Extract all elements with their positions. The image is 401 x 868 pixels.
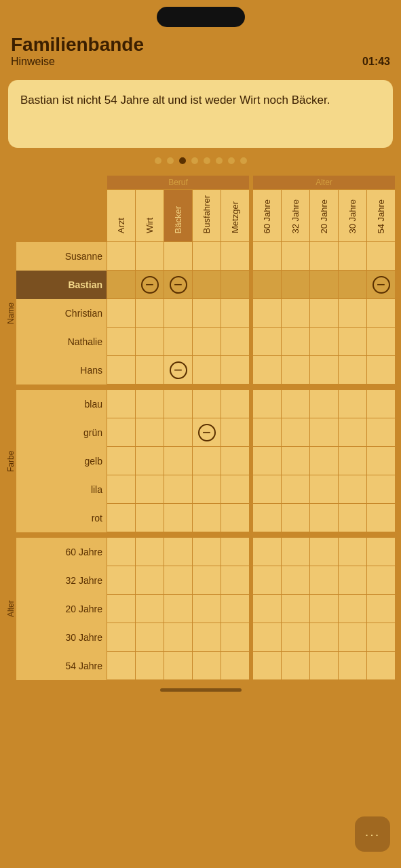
grid-cell[interactable] xyxy=(253,242,282,271)
grid-cell[interactable] xyxy=(282,447,310,475)
grid-cell[interactable] xyxy=(282,504,310,532)
grid-cell[interactable] xyxy=(367,418,396,447)
grid-cell[interactable] xyxy=(339,271,367,299)
grid-cell[interactable] xyxy=(367,299,396,328)
grid-cell[interactable] xyxy=(310,566,339,595)
grid-cell[interactable] xyxy=(282,242,310,271)
grid-cell[interactable] xyxy=(367,623,396,652)
grid-cell[interactable] xyxy=(164,328,193,356)
grid-cell[interactable]: − xyxy=(164,356,193,384)
grid-cell[interactable] xyxy=(339,328,367,356)
grid-cell[interactable] xyxy=(221,652,250,680)
grid-cell[interactable] xyxy=(282,418,310,447)
grid-cell[interactable] xyxy=(221,242,250,271)
grid-cell[interactable] xyxy=(310,390,339,418)
grid-cell[interactable] xyxy=(221,623,250,652)
grid-cell[interactable] xyxy=(136,623,164,652)
grid-cell[interactable] xyxy=(107,356,136,384)
grid-cell[interactable] xyxy=(282,390,310,418)
grid-cell[interactable] xyxy=(107,447,136,475)
grid-cell[interactable] xyxy=(339,390,367,418)
grid-cell[interactable] xyxy=(282,299,310,328)
grid-cell[interactable] xyxy=(253,271,282,299)
grid-cell[interactable] xyxy=(193,504,221,532)
grid-cell[interactable] xyxy=(310,299,339,328)
dot-0[interactable] xyxy=(155,157,161,164)
grid-cell[interactable] xyxy=(367,328,396,356)
grid-cell[interactable] xyxy=(164,242,193,271)
grid-cell[interactable] xyxy=(136,566,164,595)
grid-cell[interactable] xyxy=(310,356,339,384)
grid-cell[interactable] xyxy=(339,242,367,271)
grid-cell[interactable] xyxy=(310,475,339,504)
grid-cell[interactable] xyxy=(193,242,221,271)
grid-cell[interactable] xyxy=(136,242,164,271)
grid-cell[interactable] xyxy=(136,652,164,680)
grid-cell[interactable] xyxy=(339,418,367,447)
grid-cell[interactable] xyxy=(310,623,339,652)
grid-cell[interactable] xyxy=(164,390,193,418)
grid-cell[interactable] xyxy=(253,447,282,475)
grid-cell[interactable] xyxy=(253,418,282,447)
grid-cell[interactable] xyxy=(107,418,136,447)
grid-cell[interactable] xyxy=(310,504,339,532)
grid-cell[interactable] xyxy=(253,623,282,652)
grid-cell[interactable] xyxy=(164,475,193,504)
grid-cell[interactable] xyxy=(339,652,367,680)
grid-cell[interactable] xyxy=(221,538,250,566)
grid-cell[interactable] xyxy=(310,538,339,566)
grid-cell[interactable] xyxy=(282,595,310,623)
grid-cell[interactable] xyxy=(107,623,136,652)
grid-cell[interactable] xyxy=(193,595,221,623)
grid-cell[interactable] xyxy=(339,538,367,566)
grid-cell[interactable] xyxy=(221,504,250,532)
grid-cell[interactable]: − xyxy=(136,271,164,299)
grid-cell[interactable] xyxy=(367,356,396,384)
grid-cell[interactable] xyxy=(136,328,164,356)
grid-cell[interactable] xyxy=(367,447,396,475)
grid-cell[interactable] xyxy=(136,299,164,328)
dot-5[interactable] xyxy=(216,157,223,164)
grid-cell[interactable] xyxy=(253,475,282,504)
grid-cell[interactable] xyxy=(310,271,339,299)
grid-cell[interactable] xyxy=(193,623,221,652)
grid-cell[interactable] xyxy=(221,390,250,418)
grid-cell[interactable] xyxy=(282,623,310,652)
grid-cell[interactable] xyxy=(107,390,136,418)
grid-cell[interactable] xyxy=(339,356,367,384)
grid-cell[interactable] xyxy=(310,418,339,447)
grid-cell[interactable] xyxy=(193,299,221,328)
grid-cell[interactable] xyxy=(339,447,367,475)
grid-cell[interactable] xyxy=(221,271,250,299)
grid-cell[interactable] xyxy=(221,447,250,475)
grid-cell[interactable] xyxy=(107,299,136,328)
grid-cell[interactable] xyxy=(221,595,250,623)
dot-4[interactable] xyxy=(204,157,210,164)
grid-cell[interactable] xyxy=(253,390,282,418)
grid-cell[interactable] xyxy=(367,242,396,271)
grid-cell[interactable] xyxy=(253,356,282,384)
grid-cell[interactable] xyxy=(107,242,136,271)
grid-cell[interactable] xyxy=(221,418,250,447)
grid-cell[interactable] xyxy=(164,418,193,447)
grid-cell[interactable] xyxy=(310,328,339,356)
grid-cell[interactable] xyxy=(107,504,136,532)
dot-2[interactable] xyxy=(179,157,186,164)
grid-cell[interactable] xyxy=(221,328,250,356)
grid-cell[interactable] xyxy=(193,356,221,384)
grid-cell[interactable] xyxy=(367,652,396,680)
grid-cell[interactable] xyxy=(253,299,282,328)
grid-cell[interactable]: − xyxy=(193,418,221,447)
grid-cell[interactable] xyxy=(136,447,164,475)
grid-cell[interactable] xyxy=(310,595,339,623)
grid-cell[interactable] xyxy=(107,595,136,623)
grid-cell[interactable] xyxy=(193,390,221,418)
grid-cell[interactable] xyxy=(164,299,193,328)
grid-cell[interactable] xyxy=(136,538,164,566)
grid-cell[interactable] xyxy=(282,328,310,356)
grid-cell[interactable] xyxy=(282,566,310,595)
grid-cell[interactable] xyxy=(193,538,221,566)
grid-cell[interactable] xyxy=(164,447,193,475)
grid-cell[interactable]: − xyxy=(164,271,193,299)
grid-cell[interactable] xyxy=(164,623,193,652)
